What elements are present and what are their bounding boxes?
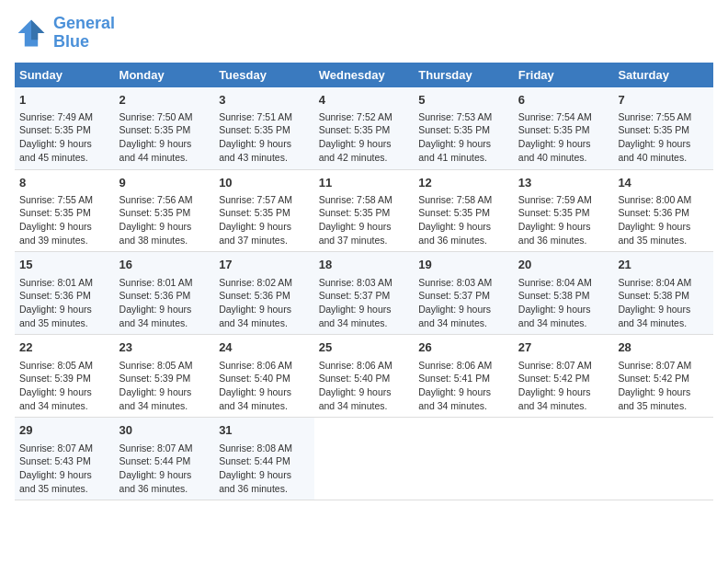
calendar-cell: 29Sunrise: 8:07 AMSunset: 5:43 PMDayligh… (15, 418, 115, 500)
calendar-week-3: 15Sunrise: 8:01 AMSunset: 5:36 PMDayligh… (15, 252, 713, 335)
day-number: 16 (119, 257, 210, 273)
col-header-friday: Friday (514, 63, 614, 87)
day-number: 28 (618, 339, 709, 356)
day-number: 17 (219, 257, 310, 273)
col-header-thursday: Thursday (414, 63, 514, 87)
col-header-saturday: Saturday (613, 63, 713, 87)
calendar-week-4: 22Sunrise: 8:05 AMSunset: 5:39 PMDayligh… (15, 335, 713, 418)
calendar-cell: 1Sunrise: 7:49 AMSunset: 5:35 PMDaylight… (15, 87, 115, 169)
logo: GeneralBlue (15, 15, 115, 52)
day-details: Sunrise: 8:06 AMSunset: 5:40 PMDaylight:… (219, 359, 310, 413)
calendar-cell: 27Sunrise: 8:07 AMSunset: 5:42 PMDayligh… (514, 335, 614, 418)
calendar-cell: 2Sunrise: 7:50 AMSunset: 5:35 PMDaylight… (115, 87, 215, 169)
calendar-cell: 25Sunrise: 8:06 AMSunset: 5:40 PMDayligh… (314, 335, 415, 418)
calendar-cell: 15Sunrise: 8:01 AMSunset: 5:36 PMDayligh… (15, 252, 115, 335)
calendar-cell: 21Sunrise: 8:04 AMSunset: 5:38 PMDayligh… (613, 252, 713, 335)
day-number: 18 (319, 257, 410, 273)
day-details: Sunrise: 8:06 AMSunset: 5:41 PMDaylight:… (418, 359, 509, 413)
col-header-monday: Monday (115, 63, 215, 87)
calendar-cell: 26Sunrise: 8:06 AMSunset: 5:41 PMDayligh… (414, 335, 514, 418)
calendar-cell: 28Sunrise: 8:07 AMSunset: 5:42 PMDayligh… (613, 335, 713, 418)
day-details: Sunrise: 7:56 AMSunset: 5:35 PMDaylight:… (119, 193, 210, 247)
day-number: 26 (418, 339, 509, 356)
day-details: Sunrise: 7:55 AMSunset: 5:35 PMDaylight:… (19, 193, 110, 247)
day-details: Sunrise: 7:57 AMSunset: 5:35 PMDaylight:… (219, 193, 310, 247)
calendar-week-5: 29Sunrise: 8:07 AMSunset: 5:43 PMDayligh… (15, 418, 713, 500)
calendar-cell (514, 418, 614, 500)
calendar-cell (414, 418, 514, 500)
day-details: Sunrise: 7:58 AMSunset: 5:35 PMDaylight:… (418, 193, 509, 247)
day-number: 15 (19, 257, 110, 273)
day-number: 3 (219, 92, 310, 109)
day-details: Sunrise: 7:58 AMSunset: 5:35 PMDaylight:… (319, 193, 410, 247)
day-number: 6 (518, 92, 609, 109)
day-number: 11 (319, 175, 410, 191)
day-details: Sunrise: 8:02 AMSunset: 5:36 PMDaylight:… (219, 276, 310, 330)
day-number: 21 (618, 257, 709, 273)
day-number: 13 (518, 175, 609, 191)
calendar-cell: 19Sunrise: 8:03 AMSunset: 5:37 PMDayligh… (414, 252, 514, 335)
day-number: 7 (618, 92, 709, 109)
calendar-table: SundayMondayTuesdayWednesdayThursdayFrid… (15, 63, 713, 501)
calendar-cell: 12Sunrise: 7:58 AMSunset: 5:35 PMDayligh… (414, 169, 514, 252)
calendar-cell: 22Sunrise: 8:05 AMSunset: 5:39 PMDayligh… (15, 335, 115, 418)
col-header-tuesday: Tuesday (214, 63, 314, 87)
calendar-cell: 16Sunrise: 8:01 AMSunset: 5:36 PMDayligh… (115, 252, 215, 335)
day-details: Sunrise: 8:06 AMSunset: 5:40 PMDaylight:… (319, 359, 410, 413)
day-details: Sunrise: 7:50 AMSunset: 5:35 PMDaylight:… (119, 110, 210, 165)
calendar-cell: 3Sunrise: 7:51 AMSunset: 5:35 PMDaylight… (214, 87, 314, 169)
calendar-cell: 6Sunrise: 7:54 AMSunset: 5:35 PMDaylight… (514, 87, 614, 169)
day-number: 19 (418, 257, 509, 273)
calendar-cell: 7Sunrise: 7:55 AMSunset: 5:35 PMDaylight… (613, 87, 713, 169)
day-details: Sunrise: 8:04 AMSunset: 5:38 PMDaylight:… (618, 276, 709, 330)
day-details: Sunrise: 7:53 AMSunset: 5:35 PMDaylight:… (418, 110, 509, 165)
day-details: Sunrise: 8:01 AMSunset: 5:36 PMDaylight:… (119, 276, 210, 330)
day-details: Sunrise: 8:05 AMSunset: 5:39 PMDaylight:… (19, 359, 110, 413)
day-number: 1 (19, 92, 110, 109)
day-details: Sunrise: 8:00 AMSunset: 5:36 PMDaylight:… (618, 193, 709, 247)
day-number: 12 (418, 175, 509, 191)
day-details: Sunrise: 8:03 AMSunset: 5:37 PMDaylight:… (319, 276, 410, 330)
day-number: 30 (119, 422, 210, 439)
calendar-cell: 20Sunrise: 8:04 AMSunset: 5:38 PMDayligh… (514, 252, 614, 335)
day-number: 5 (418, 92, 509, 109)
calendar-cell: 11Sunrise: 7:58 AMSunset: 5:35 PMDayligh… (314, 169, 415, 252)
day-details: Sunrise: 8:07 AMSunset: 5:43 PMDaylight:… (19, 442, 110, 496)
col-header-sunday: Sunday (15, 63, 115, 87)
calendar-week-1: 1Sunrise: 7:49 AMSunset: 5:35 PMDaylight… (15, 87, 713, 169)
logo-text: GeneralBlue (53, 15, 115, 52)
day-number: 25 (319, 339, 410, 356)
calendar-cell: 23Sunrise: 8:05 AMSunset: 5:39 PMDayligh… (115, 335, 215, 418)
day-number: 29 (19, 422, 110, 439)
page-header: GeneralBlue (15, 15, 713, 52)
day-number: 2 (119, 92, 210, 109)
day-number: 8 (19, 175, 110, 191)
day-number: 9 (119, 175, 210, 191)
calendar-cell: 4Sunrise: 7:52 AMSunset: 5:35 PMDaylight… (314, 87, 415, 169)
calendar-cell (613, 418, 713, 500)
calendar-cell: 13Sunrise: 7:59 AMSunset: 5:35 PMDayligh… (514, 169, 614, 252)
calendar-cell: 18Sunrise: 8:03 AMSunset: 5:37 PMDayligh… (314, 252, 415, 335)
calendar-cell: 5Sunrise: 7:53 AMSunset: 5:35 PMDaylight… (414, 87, 514, 169)
logo-icon (15, 17, 48, 50)
calendar-cell: 30Sunrise: 8:07 AMSunset: 5:44 PMDayligh… (115, 418, 215, 500)
calendar-cell: 10Sunrise: 7:57 AMSunset: 5:35 PMDayligh… (214, 169, 314, 252)
day-number: 14 (618, 175, 709, 191)
calendar-cell: 31Sunrise: 8:08 AMSunset: 5:44 PMDayligh… (214, 418, 314, 500)
day-number: 23 (119, 339, 210, 356)
day-details: Sunrise: 8:07 AMSunset: 5:44 PMDaylight:… (119, 442, 210, 496)
calendar-cell: 9Sunrise: 7:56 AMSunset: 5:35 PMDaylight… (115, 169, 215, 252)
day-details: Sunrise: 7:51 AMSunset: 5:35 PMDaylight:… (219, 110, 310, 165)
calendar-cell: 14Sunrise: 8:00 AMSunset: 5:36 PMDayligh… (613, 169, 713, 252)
svg-marker-1 (31, 19, 44, 40)
calendar-cell: 24Sunrise: 8:06 AMSunset: 5:40 PMDayligh… (214, 335, 314, 418)
calendar-week-2: 8Sunrise: 7:55 AMSunset: 5:35 PMDaylight… (15, 169, 713, 252)
day-details: Sunrise: 8:01 AMSunset: 5:36 PMDaylight:… (19, 276, 110, 330)
day-details: Sunrise: 7:55 AMSunset: 5:35 PMDaylight:… (618, 110, 709, 165)
day-number: 4 (319, 92, 410, 109)
day-details: Sunrise: 8:08 AMSunset: 5:44 PMDaylight:… (219, 442, 310, 496)
day-number: 27 (518, 339, 609, 356)
day-number: 31 (219, 422, 310, 439)
day-number: 10 (219, 175, 310, 191)
day-number: 22 (19, 339, 110, 356)
